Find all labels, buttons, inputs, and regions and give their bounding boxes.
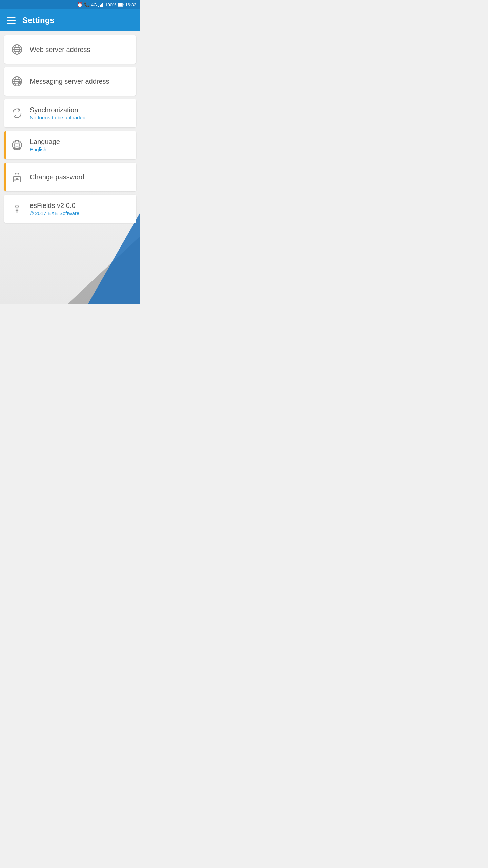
svg-rect-5 <box>123 4 124 6</box>
synchronization-subtitle: No forms to be uploaded <box>30 115 131 120</box>
about-text: esFields v2.0.0 © 2017 EXE Software <box>30 202 131 216</box>
settings-item-messaging-server[interactable]: Messaging server address <box>4 67 136 96</box>
signal-icon <box>98 2 104 7</box>
phone-icon: 📞 <box>84 2 90 7</box>
about-subtitle: © 2017 EXE Software <box>30 210 131 216</box>
about-title: esFields v2.0.0 <box>30 202 131 210</box>
messaging-server-text: Messaging server address <box>30 78 131 85</box>
svg-rect-1 <box>100 5 101 7</box>
network-label: 4G <box>91 2 97 7</box>
battery-label: 100% <box>105 2 116 7</box>
hamburger-menu-button[interactable] <box>7 17 16 24</box>
synchronization-title: Synchronization <box>30 106 131 114</box>
alarm-icon: ⏰ <box>77 2 83 7</box>
sync-icon <box>9 106 24 121</box>
settings-list: Web server address Messaging server addr… <box>0 31 140 227</box>
battery-icon <box>118 3 124 7</box>
svg-rect-18 <box>16 148 18 150</box>
settings-item-synchronization[interactable]: Synchronization No forms to be uploaded <box>4 99 136 127</box>
change-password-title: Change password <box>30 173 131 181</box>
svg-point-17 <box>19 147 21 150</box>
svg-point-16 <box>13 147 15 150</box>
globe-sync-icon-2 <box>9 74 24 89</box>
settings-item-about[interactable]: esFields v2.0.0 © 2017 EXE Software <box>4 195 136 223</box>
globe-sync-icon <box>9 42 24 57</box>
svg-rect-6 <box>118 3 122 6</box>
status-icons: ⏰ 📞 4G 100% 16:32 <box>77 2 136 7</box>
messaging-server-title: Messaging server address <box>30 78 131 85</box>
settings-item-language[interactable]: Language English <box>4 131 136 159</box>
settings-item-web-server[interactable]: Web server address <box>4 35 136 64</box>
web-server-text: Web server address <box>30 46 131 54</box>
language-text: Language English <box>30 138 131 152</box>
page-wrapper: ⏰ 📞 4G 100% 16:32 <box>0 0 140 304</box>
svg-rect-3 <box>102 3 103 7</box>
status-bar: ⏰ 📞 4G 100% 16:32 <box>0 0 140 9</box>
change-password-text: Change password <box>30 173 131 181</box>
lock-icon <box>9 170 24 184</box>
settings-item-change-password[interactable]: Change password <box>4 163 136 191</box>
info-icon <box>9 201 24 216</box>
language-title: Language <box>30 138 131 146</box>
synchronization-text: Synchronization No forms to be uploaded <box>30 106 131 120</box>
web-server-title: Web server address <box>30 46 131 54</box>
svg-rect-2 <box>101 4 102 7</box>
page-title: Settings <box>22 16 55 25</box>
app-header: Settings <box>0 9 140 31</box>
svg-point-22 <box>14 179 16 181</box>
svg-point-26 <box>16 205 18 208</box>
time-label: 16:32 <box>125 2 136 7</box>
svg-rect-0 <box>98 6 99 7</box>
language-icon <box>9 138 24 153</box>
language-subtitle: English <box>30 146 131 152</box>
